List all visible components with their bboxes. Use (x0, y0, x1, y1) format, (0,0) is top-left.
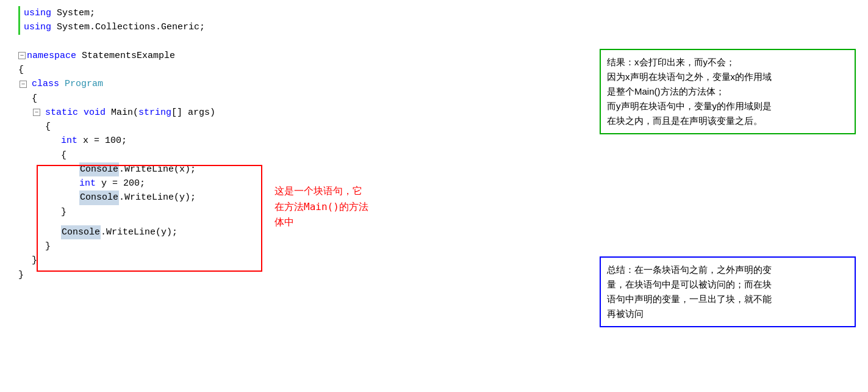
code-line-int-x: int x = 100; (18, 134, 445, 148)
code-line-open-class: { (18, 92, 445, 106)
code-line-open-main: { (18, 120, 445, 134)
code-line-namespace: − namespace StatementsExample (18, 49, 445, 63)
code-line-close-main: } (18, 239, 445, 253)
code-line-blank1 (18, 35, 445, 49)
code-line-class: − class Program (18, 77, 445, 91)
annotations-panel: 结果：x会打印出来，而y不会； 因为x声明在块语句之外，变量x的作用域 是整个M… (587, 0, 868, 392)
code-line-main: − static void Main(string[] args) (18, 106, 445, 120)
code-line-blank2 (18, 219, 445, 225)
code-line-writeline-x: Console.WriteLine(x); (18, 162, 445, 176)
collapse-namespace-icon[interactable]: − (18, 52, 26, 59)
collapse-main-icon[interactable]: − (33, 109, 40, 116)
blue-annotation-box: 总结：在一条块语句之前，之外声明的变 量，在块语句中是可以被访问的；而在块 语句… (600, 256, 856, 327)
code-line-writeline-y-inside: Console.WriteLine(y); (18, 191, 445, 205)
code-editor: using System; using System.Collections.G… (0, 0, 445, 392)
main-container: using System; using System.Collections.G… (0, 0, 868, 392)
keyword-using-1: using (24, 6, 51, 20)
code-line-close-block: } (18, 205, 445, 219)
code-line-2: using System.Collections.Generic; (18, 20, 445, 34)
green-annotation-box: 结果：x会打印出来，而y不会； 因为x声明在块语句之外，变量x的作用域 是整个M… (600, 49, 856, 134)
code-line-open-ns: { (18, 63, 445, 77)
code-line-writeline-y-outside: Console.WriteLine(y); (18, 225, 445, 239)
code-line-close-class: } (18, 253, 445, 267)
red-annotation-text: 这是一个块语句，它 在方法Main()的方法 体中 (274, 183, 368, 230)
code-line-close-ns: } (18, 268, 445, 282)
keyword-using-2: using (24, 20, 51, 34)
code-line-int-y: int y = 200; (18, 176, 445, 191)
code-line-1: using System; (18, 6, 445, 20)
collapse-class-icon[interactable]: − (20, 81, 27, 88)
code-line-open-block: { (18, 148, 445, 162)
